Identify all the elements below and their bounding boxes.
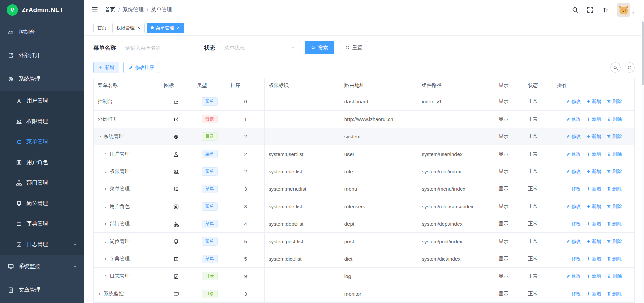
route-value: roleusers bbox=[340, 198, 418, 215]
tab[interactable]: 首页 bbox=[93, 23, 110, 33]
trash-icon bbox=[607, 257, 611, 261]
edit-link[interactable]: 修改 bbox=[566, 186, 581, 192]
visible-value: 显示 bbox=[494, 250, 524, 268]
chevron-right-icon[interactable] bbox=[104, 187, 108, 191]
sidebar-item[interactable]: 权限管理 bbox=[0, 111, 84, 132]
chevron-right-icon[interactable] bbox=[104, 205, 108, 209]
fullscreen-icon[interactable] bbox=[587, 6, 594, 13]
sidebar-item[interactable]: 用户管理 bbox=[0, 91, 84, 111]
sidebar-item[interactable]: 外部打开 bbox=[0, 44, 84, 67]
table-row: 用户角色菜单3system:role:listroleuserssystem/r… bbox=[94, 198, 635, 215]
show-search-button[interactable] bbox=[610, 62, 621, 73]
delete-link[interactable]: 删除 bbox=[607, 151, 622, 157]
sidebar-item[interactable]: 用户角色 bbox=[0, 152, 84, 173]
add-link[interactable]: 新增 bbox=[586, 99, 601, 105]
delete-link[interactable]: 删除 bbox=[607, 256, 622, 262]
log-icon bbox=[16, 242, 22, 248]
delete-link[interactable]: 删除 bbox=[607, 291, 622, 297]
font-size-icon[interactable] bbox=[602, 6, 609, 13]
breadcrumb-item[interactable]: 系统管理 bbox=[123, 6, 144, 13]
delete-link[interactable]: 删除 bbox=[607, 186, 622, 192]
add-link[interactable]: 新增 bbox=[586, 273, 601, 279]
chevron-right-icon[interactable] bbox=[104, 257, 108, 261]
sidebar-item[interactable]: 部门管理 bbox=[0, 173, 84, 193]
delete-link[interactable]: 删除 bbox=[607, 239, 622, 245]
column-header: 操作 bbox=[553, 78, 635, 93]
reset-button[interactable]: 重置 bbox=[339, 41, 368, 54]
sidebar-item[interactable]: 系统监控 bbox=[0, 255, 84, 278]
delete-link[interactable]: 删除 bbox=[607, 273, 622, 279]
add-link[interactable]: 新增 bbox=[586, 291, 601, 297]
delete-link[interactable]: 删除 bbox=[607, 169, 622, 175]
route-value: user bbox=[340, 145, 418, 163]
edit-sort-button-label: 修改排序 bbox=[135, 64, 154, 71]
close-icon[interactable] bbox=[176, 26, 180, 30]
sidebar-item[interactable]: 字典管理 bbox=[0, 214, 84, 234]
menu-fold-icon[interactable] bbox=[91, 6, 98, 13]
avatar[interactable] bbox=[617, 3, 630, 17]
op-label: 修改 bbox=[572, 291, 581, 297]
filter-bar: 菜单名称 状态 菜单状态 搜索 重置 bbox=[93, 41, 635, 54]
add-link[interactable]: 新增 bbox=[586, 204, 601, 210]
edit-link[interactable]: 修改 bbox=[566, 239, 581, 245]
edit-icon bbox=[566, 204, 570, 209]
tab[interactable]: 菜单管理 bbox=[147, 23, 184, 33]
chevron-right-icon[interactable] bbox=[104, 170, 108, 174]
add-button[interactable]: 新增 bbox=[93, 62, 119, 73]
edit-link[interactable]: 修改 bbox=[566, 273, 581, 279]
add-link[interactable]: 新增 bbox=[586, 221, 601, 227]
edit-link[interactable]: 修改 bbox=[566, 169, 581, 175]
delete-link[interactable]: 删除 bbox=[607, 204, 622, 210]
refresh-button[interactable] bbox=[625, 62, 635, 73]
status-select[interactable]: 菜单状态 bbox=[220, 41, 300, 54]
add-link[interactable]: 新增 bbox=[586, 151, 601, 157]
add-link[interactable]: 新增 bbox=[586, 186, 601, 192]
chevron-right-icon[interactable] bbox=[104, 222, 108, 226]
tab-label: 权限管理 bbox=[116, 25, 135, 31]
caret-down-icon[interactable] bbox=[631, 11, 635, 15]
edit-link[interactable]: 修改 bbox=[566, 116, 581, 122]
chevron-down-icon[interactable] bbox=[98, 135, 102, 139]
sidebar-item[interactable]: 系统管理 bbox=[0, 67, 84, 91]
edit-link[interactable]: 修改 bbox=[566, 291, 581, 297]
chevron-right-icon[interactable] bbox=[104, 152, 108, 156]
edit-link[interactable]: 修改 bbox=[566, 204, 581, 210]
edit-link[interactable]: 修改 bbox=[566, 256, 581, 262]
edit-link[interactable]: 修改 bbox=[566, 134, 581, 140]
sidebar-item[interactable]: 岗位管理 bbox=[0, 193, 84, 214]
search-icon[interactable] bbox=[572, 6, 579, 13]
close-icon[interactable] bbox=[137, 26, 141, 30]
chevron-right-icon[interactable] bbox=[98, 292, 102, 296]
edit-icon bbox=[566, 134, 570, 139]
add-link[interactable]: 新增 bbox=[586, 169, 601, 175]
sidebar-item[interactable]: 控制台 bbox=[0, 20, 84, 44]
tab[interactable]: 权限管理 bbox=[112, 23, 145, 33]
op-label: 新增 bbox=[592, 273, 601, 279]
add-link[interactable]: 新增 bbox=[586, 116, 601, 122]
edit-link[interactable]: 修改 bbox=[566, 151, 581, 157]
chevron-right-icon[interactable] bbox=[104, 240, 108, 244]
user-icon bbox=[16, 98, 22, 104]
edit-link[interactable]: 修改 bbox=[566, 221, 581, 227]
sidebar-item[interactable]: 日志管理 bbox=[0, 234, 84, 255]
add-link[interactable]: 新增 bbox=[586, 256, 601, 262]
add-link[interactable]: 新增 bbox=[586, 134, 601, 140]
add-link[interactable]: 新增 bbox=[586, 239, 601, 245]
perm-value: system:user:list bbox=[264, 145, 340, 163]
search-button[interactable]: 搜索 bbox=[305, 41, 334, 54]
delete-link[interactable]: 删除 bbox=[607, 221, 622, 227]
breadcrumb-separator: / bbox=[147, 7, 148, 13]
sidebar-item[interactable]: 文章管理 bbox=[0, 278, 84, 302]
trash-icon bbox=[607, 292, 611, 296]
edit-link[interactable]: 修改 bbox=[566, 99, 581, 105]
edit-sort-button[interactable]: 修改排序 bbox=[123, 62, 159, 73]
scrollbar-thumb[interactable] bbox=[642, 21, 644, 85]
delete-link[interactable]: 删除 bbox=[607, 134, 622, 140]
chevron-right-icon[interactable] bbox=[104, 274, 108, 278]
sidebar-item[interactable]: 菜单管理 bbox=[0, 132, 84, 152]
delete-link[interactable]: 删除 bbox=[607, 99, 622, 105]
sort-value: 9 bbox=[226, 268, 264, 285]
breadcrumb-item[interactable]: 首页 bbox=[105, 6, 115, 13]
menu-name-input[interactable] bbox=[121, 41, 195, 54]
delete-link[interactable]: 删除 bbox=[607, 116, 622, 122]
